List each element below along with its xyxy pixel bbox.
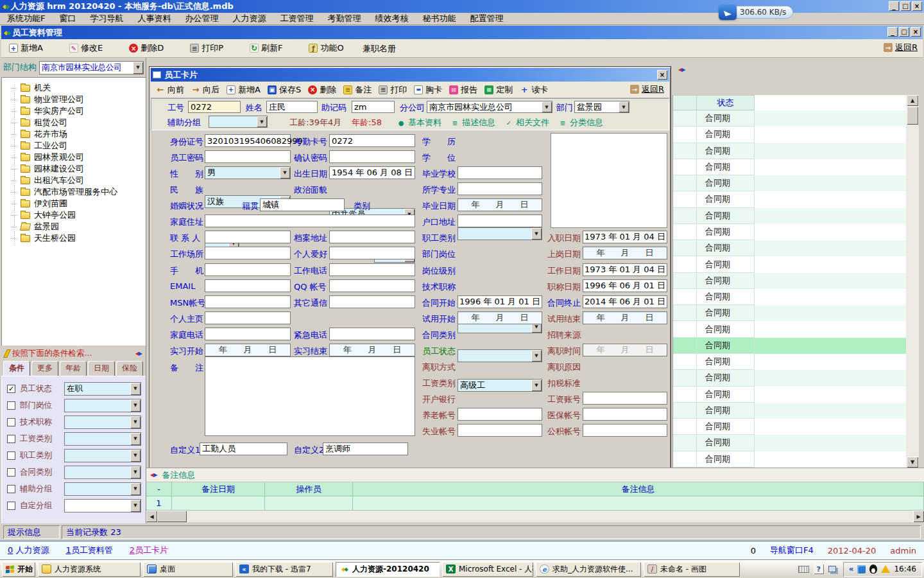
grid-row[interactable]: 合同期 (673, 451, 906, 468)
tree-item[interactable]: 出租汽车公司 (1, 175, 146, 186)
toolbar-button[interactable]: +新增A (225, 83, 262, 97)
manager-return-button[interactable]: → 返回R (884, 42, 918, 53)
child-minimize-button[interactable]: _ (887, 27, 898, 37)
tree-item[interactable]: 机关 (1, 82, 146, 94)
text-input[interactable] (205, 328, 291, 340)
tree-item[interactable]: 伊刘苗圃 (1, 198, 146, 209)
horizontal-scrollbar[interactable]: ◀ ▶ (146, 511, 924, 522)
toolbar-button[interactable]: ƒ功能O (306, 41, 346, 55)
dropdown-icon[interactable]: ▼ (531, 228, 542, 240)
tree-item[interactable]: 盆景园 (1, 221, 146, 232)
text-input[interactable] (329, 231, 415, 243)
date-input[interactable]: 1973 年 01 月 04 日 (583, 231, 667, 243)
qq-icon[interactable] (869, 565, 877, 574)
scrollbar-thumb[interactable] (907, 107, 918, 125)
window-tab[interactable]: 1员工资料管 (65, 545, 112, 556)
nav-window-label[interactable]: 导航窗口F4 (770, 545, 814, 556)
grid-row[interactable]: 合同期 (673, 403, 906, 419)
toolbar-button[interactable]: ✎修改E (67, 41, 105, 55)
tray-app-icon[interactable] (857, 565, 866, 574)
grid-row[interactable]: 合同期 (673, 143, 906, 159)
date-input[interactable]: 年月日 (583, 311, 667, 324)
grid-status-header[interactable]: 状态 (697, 95, 755, 110)
toolbar-button[interactable]: ▦定制 (483, 83, 514, 97)
date-input[interactable]: 1973 年 01 月 04 日 (583, 263, 667, 276)
date-input[interactable]: 1996 年 01 月 01 日 (458, 295, 542, 308)
tree-item[interactable]: 天生桥公园 (1, 232, 146, 244)
dropdown-icon[interactable]: ▼ (130, 416, 141, 428)
filter-tab[interactable]: 年龄 (60, 361, 87, 376)
text-input[interactable]: 城镇 (260, 198, 345, 211)
keyboard-icon[interactable] (798, 566, 809, 573)
swap-icon[interactable]: ◀▶ (678, 67, 685, 73)
filter-tab[interactable]: 日期 (88, 361, 115, 376)
date-input[interactable]: 年月日 (458, 198, 542, 211)
checkbox[interactable] (7, 485, 15, 493)
dept-combo[interactable]: 盆景园 ▼ (574, 101, 629, 113)
date-input[interactable]: 年月日 (329, 344, 415, 356)
grid-row[interactable]: 合同期 (673, 224, 906, 240)
text-input[interactable] (205, 311, 291, 324)
taskbar-button[interactable]: 求助_人力资源软件使... (536, 562, 641, 577)
grid-row[interactable]: 合同期 (673, 191, 906, 207)
toolbar-button[interactable]: ▬胸卡 (413, 83, 443, 97)
checkbox[interactable] (7, 468, 15, 477)
warning-icon[interactable] (881, 565, 890, 573)
combo-box[interactable]: ▼ (458, 349, 542, 362)
filter-tab[interactable]: 保险 (116, 361, 143, 376)
text-input[interactable] (205, 247, 291, 259)
window-tab[interactable]: 2员工卡片 (130, 545, 168, 556)
tree-item[interactable]: 园林景观公司 (1, 152, 146, 163)
checkbox[interactable] (7, 435, 15, 443)
grid-row[interactable]: 合同期 (673, 419, 906, 435)
menu-item[interactable]: 人事资料 (130, 13, 178, 24)
toolbar-button[interactable]: →向后 (190, 83, 221, 97)
text-input[interactable] (458, 408, 542, 421)
speed-overlay[interactable]: 306.60 KB/s (719, 4, 793, 20)
filter-combo[interactable]: ▼ (64, 416, 141, 429)
text-input[interactable] (583, 424, 667, 437)
name-field[interactable]: 庄民 (266, 101, 318, 113)
dropdown-icon[interactable]: ▼ (133, 62, 143, 74)
text-input[interactable] (458, 166, 542, 179)
menu-item[interactable]: 工资管理 (273, 13, 320, 24)
dropdown-icon[interactable]: ▼ (542, 101, 552, 112)
grid-row[interactable]: 合同期 (673, 240, 906, 256)
dropdown-icon[interactable]: ▼ (619, 101, 629, 112)
grid-row[interactable]: 合同期 (673, 354, 906, 370)
dropdown-icon[interactable]: ▼ (531, 380, 542, 391)
taskbar-button[interactable]: 未命名 - 画图 (644, 562, 740, 577)
vertical-scrollbar[interactable]: ▲ ▼ (906, 95, 919, 468)
card-tab[interactable]: ●基本资料 (397, 117, 441, 128)
filter-tab[interactable]: 更多 (31, 361, 58, 376)
tree-item[interactable]: 大钟亭公园 (1, 209, 146, 221)
swap-icon[interactable]: ◀▶ (150, 472, 157, 478)
text-input[interactable] (205, 279, 291, 292)
text-input[interactable] (205, 263, 291, 276)
window-tab[interactable]: 0 人力资源 (8, 545, 49, 556)
taskbar-button[interactable]: 人力资源系统 (38, 562, 141, 577)
card-tab[interactable]: ≡描述信息 (450, 117, 495, 128)
dropdown-icon[interactable]: ▼ (280, 167, 290, 179)
menu-item[interactable]: 学习导航 (83, 13, 130, 24)
window-arrange-icon[interactable] (828, 566, 836, 572)
tree-item[interactable]: 物业管理公司 (1, 94, 146, 105)
text-input[interactable] (205, 150, 291, 163)
taskbar-button[interactable]: 桌面 (143, 562, 233, 577)
filter-combo[interactable]: ▼ (64, 482, 141, 496)
tray-expand-icon[interactable]: « (849, 565, 854, 574)
child-close-button[interactable]: × (911, 27, 921, 37)
dropdown-icon[interactable]: ▼ (130, 500, 141, 512)
help-icon[interactable]: ? (814, 564, 824, 574)
date-input[interactable]: 年月日 (583, 247, 667, 259)
menu-item[interactable]: 办公管理 (178, 13, 225, 24)
memo-input[interactable] (205, 356, 415, 436)
child-restore-button[interactable]: □ (899, 27, 909, 37)
taskbar-button[interactable]: Microsoft Excel - 人事资... (442, 562, 533, 577)
date-input[interactable]: 1954 年 06 月 08 日 (329, 166, 415, 179)
toolbar-button[interactable]: ≡打印 (377, 83, 408, 97)
branch-combo[interactable]: 南京市园林实业总公司 ▼ (427, 101, 552, 113)
filter-combo[interactable]: ▼ (64, 466, 141, 479)
dialog-close-button[interactable]: × (657, 70, 667, 80)
menu-item[interactable]: 人力资源 (225, 13, 273, 24)
